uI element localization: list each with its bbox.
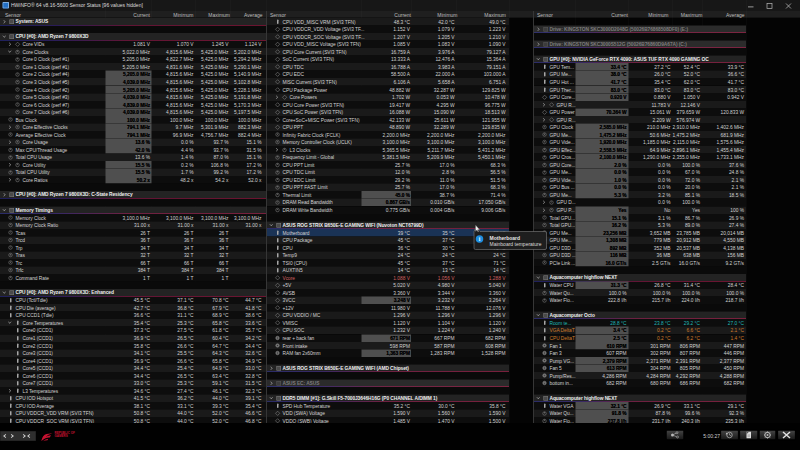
- svg-text:Motherboard: Motherboard: [490, 235, 521, 241]
- svg-text:Mainboard temperature: Mainboard temperature: [490, 241, 542, 247]
